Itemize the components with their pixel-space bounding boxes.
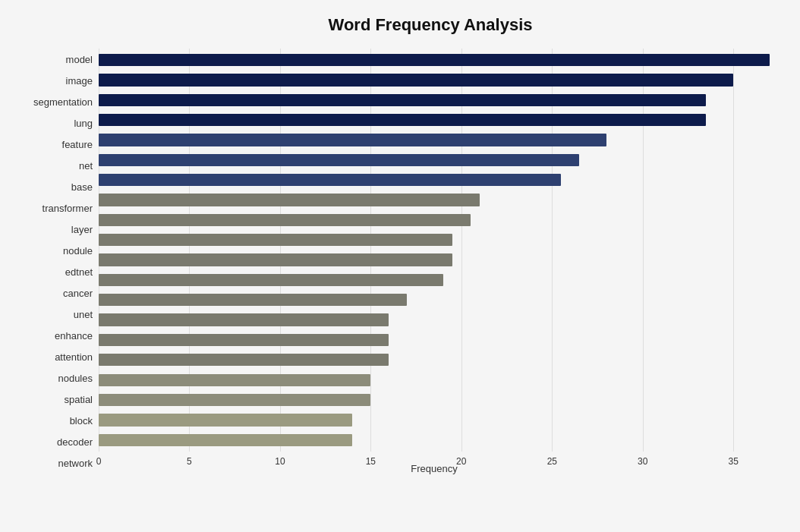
chart-title: Word Frequency Analysis — [15, 15, 770, 35]
y-label: decoder — [57, 437, 93, 447]
x-tick-label: 25 — [547, 456, 557, 467]
bar — [99, 434, 352, 446]
bar-row — [99, 410, 770, 430]
y-label: network — [58, 458, 93, 468]
bar-row — [99, 290, 770, 310]
x-tick-label: 30 — [638, 456, 647, 467]
chart-container: Word Frequency Analysis modelimagesegmen… — [0, 0, 800, 532]
bar — [99, 54, 770, 66]
bar-row — [99, 310, 770, 329]
y-label: lung — [74, 118, 93, 128]
bar-row — [99, 70, 770, 90]
bar-row — [99, 130, 770, 150]
bar-row — [99, 370, 770, 390]
grid-and-bars: Frequency 05101520253035 — [99, 49, 770, 474]
y-label: nodule — [63, 246, 93, 256]
y-label: layer — [71, 225, 93, 235]
bar — [99, 174, 561, 186]
bar — [99, 414, 352, 426]
chart-area: modelimagesegmentationlungfeaturenetbase… — [15, 49, 770, 474]
y-label: unet — [74, 310, 93, 320]
y-label: cancer — [63, 288, 93, 298]
bar — [99, 154, 579, 166]
bar-row — [99, 170, 770, 190]
x-tick-label: 15 — [366, 456, 376, 467]
bar-row — [99, 230, 770, 250]
bar — [99, 374, 370, 386]
y-label: feature — [62, 140, 93, 150]
bar-row — [99, 50, 770, 70]
bar — [99, 214, 471, 226]
y-label: net — [79, 161, 93, 171]
bar — [99, 274, 443, 286]
bar-row — [99, 350, 770, 370]
bar — [99, 253, 452, 266]
bar — [99, 354, 389, 366]
y-label: attention — [55, 352, 93, 362]
bar — [99, 114, 706, 126]
bar-row — [99, 330, 770, 350]
x-axis-title: Frequency — [99, 463, 770, 474]
y-label: spatial — [64, 395, 93, 405]
bar — [99, 334, 389, 346]
x-tick-label: 5 — [187, 456, 192, 467]
bar-row — [99, 150, 770, 170]
bar — [99, 134, 606, 146]
bar-row — [99, 210, 770, 230]
y-label: enhance — [55, 331, 93, 341]
x-tick-label: 0 — [96, 456, 102, 467]
bar-row — [99, 270, 770, 290]
bar-row — [99, 390, 770, 410]
y-axis-labels: modelimagesegmentationlungfeaturenetbase… — [15, 49, 99, 474]
x-axis-labels: Frequency 05101520253035 — [99, 452, 770, 474]
x-tick-label: 10 — [275, 456, 285, 467]
bars-wrapper: Frequency 05101520253035 — [99, 49, 770, 474]
bar — [99, 194, 480, 206]
bar-row — [99, 90, 770, 110]
bar — [99, 313, 389, 326]
y-label: transformer — [43, 203, 93, 213]
x-tick-label: 35 — [728, 456, 738, 467]
x-tick-label: 20 — [456, 456, 466, 467]
y-label: image — [66, 76, 93, 86]
bar — [99, 74, 733, 86]
y-label: base — [71, 182, 93, 192]
bar-row — [99, 430, 770, 450]
bar-row — [99, 110, 770, 130]
bar — [99, 94, 706, 106]
y-label: block — [70, 416, 93, 426]
y-label: nodules — [58, 373, 93, 383]
y-label: model — [66, 55, 93, 65]
bar-row — [99, 190, 770, 209]
bars-area — [99, 49, 770, 452]
bar — [99, 294, 407, 306]
y-label: segmentation — [33, 97, 93, 107]
bar — [99, 234, 452, 246]
y-label: edtnet — [65, 267, 93, 277]
bar-row — [99, 250, 770, 269]
bar — [99, 394, 370, 406]
